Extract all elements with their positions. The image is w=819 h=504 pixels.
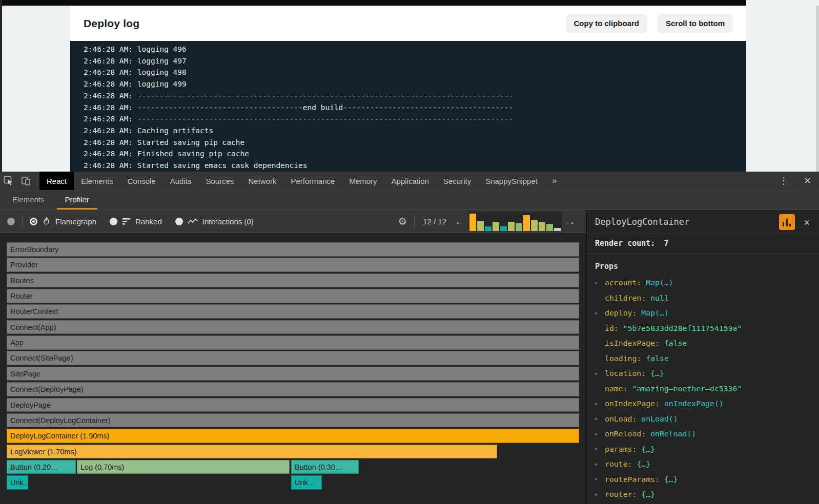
prop-key: deploy: (605, 308, 637, 317)
expand-triangle-icon[interactable]: ▶ (595, 431, 605, 436)
expand-triangle-icon[interactable]: ▶ (595, 492, 605, 497)
record-button[interactable] (7, 218, 15, 225)
scroll-to-bottom-button[interactable]: Scroll to bottom (658, 14, 733, 33)
flame-bar-provider[interactable]: Provider (7, 258, 579, 272)
more-options-icon[interactable]: ⋮ (771, 175, 796, 186)
flame-bar-unk-[interactable]: Unk… (291, 475, 322, 490)
snapshot-bar[interactable] (546, 224, 553, 231)
flame-bar-routes[interactable]: Routes (7, 274, 579, 288)
tab-elements[interactable]: Elements (74, 172, 120, 190)
flame-bar-log-0-70ms-[interactable]: Log (0.70ms) (77, 460, 290, 474)
prop-key: onIndexPage: (605, 399, 660, 408)
subtab-elements[interactable]: Elements (4, 191, 53, 209)
prop-row-loading[interactable]: loading:false (587, 351, 819, 366)
snapshot-bar[interactable] (531, 220, 538, 231)
snapshot-bar[interactable] (485, 226, 492, 231)
snapshot-bar[interactable] (516, 223, 522, 231)
prop-row-id[interactable]: id:"5b7e5833dd28ef111754159a" (587, 321, 819, 336)
next-snapshot-button[interactable]: → (562, 215, 579, 227)
bar-chart-icon (783, 222, 785, 226)
subtab-profiler[interactable]: Profiler (57, 191, 98, 209)
radio-interactions-0-[interactable]: Interactions (0) (175, 217, 254, 226)
radio-flamegraph[interactable]: Flamegraph (30, 217, 96, 226)
flame-bar-logviewer-1-70ms-[interactable]: LogViewer (1.70ms) (7, 445, 497, 459)
tab-react[interactable]: React (39, 172, 74, 190)
snapshot-bar[interactable] (500, 226, 507, 231)
flame-bar-errorboundary[interactable]: ErrorBoundary (7, 242, 579, 257)
tab-audits[interactable]: Audits (163, 172, 199, 190)
copy-to-clipboard-button[interactable]: Copy to clipboard (566, 14, 648, 33)
flame-row: DeployPage (0, 398, 586, 412)
expand-triangle-icon[interactable]: ▶ (595, 416, 605, 421)
snapshot-bar[interactable] (539, 222, 545, 231)
flame-bar-app[interactable]: App (7, 335, 579, 350)
snapshot-bar[interactable] (508, 222, 515, 231)
expand-triangle-icon[interactable]: ▶ (595, 310, 605, 316)
expand-triangle-icon[interactable]: ▶ (595, 446, 605, 451)
flame-bar-deploypage[interactable]: DeployPage (7, 398, 579, 412)
prop-row-onIndexPage[interactable]: ▶onIndexPage:onIndexPage() (587, 396, 819, 411)
flame-bar-connect-deploypage-[interactable]: Connect(DeployPage) (7, 382, 579, 396)
prop-row-children[interactable]: children:null (587, 290, 819, 306)
expand-triangle-icon[interactable]: ▶ (595, 476, 605, 481)
deploy-log-output[interactable]: 2:46:28 AM: logging 4962:46:28 AM: loggi… (70, 41, 746, 172)
snapshot-bar[interactable] (493, 222, 499, 231)
prop-row-location[interactable]: ▶location:{…} (587, 366, 819, 381)
expand-triangle-icon[interactable]: ▶ (595, 461, 605, 467)
tab-snappysnippet[interactable]: SnappySnippet (478, 172, 545, 190)
expand-triangle-icon[interactable]: ▶ (595, 280, 605, 285)
log-line: 2:46:28 AM: Finished saving pip cache (84, 148, 746, 160)
expand-triangle-icon[interactable]: ▶ (595, 401, 605, 406)
prop-value: {…} (641, 490, 655, 498)
snapshot-bar[interactable] (554, 228, 561, 231)
device-toolbar-icon[interactable] (17, 172, 35, 190)
tab-performance[interactable]: Performance (284, 172, 342, 190)
render-chart-button[interactable] (779, 214, 795, 230)
flame-bar-button-0-30-[interactable]: Button (0.30… (291, 460, 359, 474)
gear-icon[interactable]: ⚙ (398, 215, 407, 227)
inspect-element-icon[interactable] (0, 172, 17, 190)
prop-row-name[interactable]: name:"amazing–noether–dc5336" (587, 381, 819, 396)
flame-bar-connect-deploylogcontainer-[interactable]: Connect(DeployLogContainer) (7, 413, 579, 428)
prop-row-route[interactable]: ▶route:{…} (587, 456, 819, 472)
prop-row-router[interactable]: ▶router:{…} (587, 487, 819, 502)
panel-close-icon[interactable]: ✕ (801, 215, 813, 228)
prop-row-deploy[interactable]: ▶deploy:Map(…) (587, 305, 819, 321)
flame-row: Connect(SitePage) (0, 351, 586, 365)
flame-bar-unk-[interactable]: Unk… (7, 475, 28, 490)
tab-console[interactable]: Console (120, 172, 163, 190)
tab-network[interactable]: Network (241, 172, 284, 190)
tab-security[interactable]: Security (436, 172, 478, 190)
snapshot-bar[interactable] (469, 214, 476, 231)
flame-bar-connect-sitepage-[interactable]: Connect(SitePage) (7, 351, 579, 365)
tabs-overflow-button[interactable]: » (545, 172, 564, 190)
prop-key: route: (605, 459, 632, 468)
snapshot-bar[interactable] (523, 215, 530, 231)
prop-row-onReload[interactable]: ▶onReload:onReload() (587, 426, 819, 442)
flame-bar-sitepage[interactable]: SitePage (7, 367, 579, 381)
page-scrollbar[interactable] (816, 6, 819, 172)
prop-row-account[interactable]: ▶account:Map(…) (587, 275, 819, 290)
flame-row: RouterContext (0, 304, 586, 319)
flame-bar-connect-app-[interactable]: Connect(App) (7, 320, 579, 334)
prop-row-routeParams[interactable]: ▶routeParams:{…} (587, 472, 819, 487)
prop-row-params[interactable]: ▶params:{…} (587, 442, 819, 457)
snapshot-bar[interactable] (477, 221, 484, 231)
radio-ranked[interactable]: Ranked (110, 217, 162, 226)
prop-row-isIndexPage[interactable]: isIndexPage:false (587, 335, 819, 351)
tab-memory[interactable]: Memory (342, 172, 384, 190)
prop-row-onLoad[interactable]: ▶onLoad:onLoad() (587, 411, 819, 427)
flame-bar-deploylogcontainer-1-90ms-[interactable]: DeployLogContainer (1.90ms) (7, 429, 579, 443)
close-devtools-icon[interactable]: ✕ (796, 175, 819, 186)
tab-sources[interactable]: Sources (198, 172, 241, 190)
log-line: 2:46:28 AM: logging 499 (84, 78, 746, 90)
flame-bar-router[interactable]: Router (7, 289, 579, 303)
snapshot-counter: 12 / 12 (423, 217, 446, 226)
flame-row: DeployLogContainer (1.90ms) (0, 429, 586, 443)
flame-bar-button-0-20-[interactable]: Button (0.20… (7, 460, 76, 474)
flame-bar-routercontext[interactable]: RouterContext (7, 304, 579, 319)
prev-snapshot-button[interactable]: ← (452, 215, 468, 227)
tab-application[interactable]: Application (384, 172, 436, 190)
expand-triangle-icon[interactable]: ▶ (595, 371, 605, 376)
prop-key: loading: (605, 354, 641, 363)
